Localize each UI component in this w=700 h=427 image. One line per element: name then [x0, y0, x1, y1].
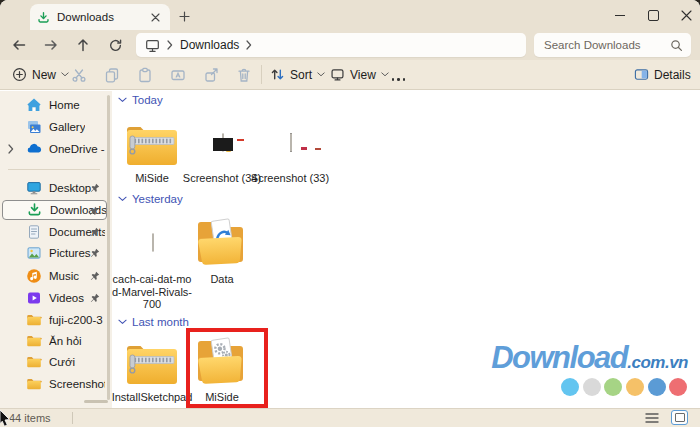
search-box[interactable]	[534, 33, 691, 57]
group-header-yesterday[interactable]: Yesterday	[118, 193, 183, 205]
copy-icon[interactable]	[103, 66, 120, 83]
file-name: Data	[210, 273, 233, 286]
annotation-highlight-box	[186, 328, 268, 408]
watermark-logo: Download.com.vn	[491, 340, 688, 376]
watermark-suffix: .com.vn	[627, 353, 688, 373]
navigation-bar: Downloads	[0, 30, 700, 60]
pin-icon	[90, 271, 100, 281]
sort-button[interactable]: Sort	[270, 60, 325, 89]
search-input[interactable]	[542, 38, 670, 52]
mouse-cursor	[0, 410, 12, 427]
refresh-button[interactable]	[106, 36, 124, 54]
file-list: Today MiSide Screenshot (34) Screenshot …	[113, 90, 700, 408]
sidebar-item-home[interactable]: Home	[2, 95, 107, 115]
view-button[interactable]: View	[330, 60, 389, 89]
rename-icon[interactable]	[169, 66, 186, 83]
sidebar-item-music[interactable]: Music	[2, 266, 107, 286]
tab-downloads[interactable]: Downloads	[30, 4, 170, 30]
pin-icon	[90, 183, 100, 193]
back-button[interactable]	[10, 36, 28, 54]
sidebar-item-cuoi[interactable]: Cưới	[2, 352, 107, 372]
watermark-dot	[669, 378, 687, 396]
details-panel-icon	[634, 67, 649, 82]
pin-icon	[90, 248, 100, 258]
file-name: Screenshot (34)	[183, 172, 261, 185]
collapse-chevron-icon[interactable]	[118, 319, 127, 325]
sidebar-item-videos[interactable]: Videos	[2, 288, 107, 308]
view-icon	[330, 67, 345, 82]
address-bar[interactable]: Downloads	[136, 33, 526, 57]
onedrive-cloud-icon	[26, 141, 42, 157]
sidebar-item-pictures[interactable]: Pictures	[2, 243, 107, 263]
file-name: Screenshot (33)	[251, 172, 329, 185]
sidebar-item-screenshots[interactable]: Screenshots	[2, 374, 107, 394]
open-folder-icon	[194, 216, 250, 268]
cut-icon[interactable]	[70, 66, 87, 83]
status-bar: 44 items	[0, 408, 700, 427]
sort-label: Sort	[290, 68, 312, 82]
details-view-icon[interactable]	[645, 412, 660, 425]
details-button[interactable]: Details	[634, 60, 691, 89]
new-tab-button[interactable]	[176, 8, 192, 24]
tab-close-icon[interactable]	[147, 9, 163, 25]
file-tile-screenshot-33[interactable]: Screenshot (33)	[255, 90, 325, 108]
group-label: Yesterday	[132, 193, 183, 205]
sidebar-item-downloads[interactable]: Downloads	[2, 200, 107, 220]
thumbnail-view-icon[interactable]	[671, 410, 688, 425]
file-name: cach-cai-dat-mo d-Marvel-Rivals- 700	[112, 273, 192, 311]
minimize-button[interactable]	[611, 8, 629, 23]
home-icon	[26, 97, 42, 113]
breadcrumb-location[interactable]: Downloads	[180, 38, 239, 52]
chevron-down-icon	[317, 72, 325, 77]
file-explorer-window: Downloads	[0, 0, 700, 427]
file-tile-marvel-rivals-image[interactable]: cach-cai-dat-mo d-Marvel-Rivals- 700	[117, 90, 187, 108]
pin-icon	[90, 227, 100, 237]
folder-icon	[26, 312, 42, 328]
download-icon	[37, 11, 50, 24]
sidebar-item-fuji-c200-3[interactable]: fuji-c200-3	[2, 310, 107, 330]
pictures-icon	[26, 245, 42, 261]
status-divider	[72, 412, 73, 424]
more-options-icon[interactable]	[390, 71, 407, 88]
screenshot-thumbnail	[290, 133, 292, 152]
sidebar-item-desktop[interactable]: Desktop	[2, 178, 107, 198]
details-label: Details	[654, 68, 691, 82]
sidebar-item-documents[interactable]: Documents	[2, 222, 107, 242]
navigation-pane: Home Gallery OneDrive - Perso	[0, 91, 112, 408]
expand-chevron-icon[interactable]	[8, 144, 14, 154]
chevron-down-icon	[61, 72, 69, 77]
folder-icon	[26, 333, 42, 349]
new-button[interactable]: New	[12, 60, 69, 89]
item-count: 44 items	[9, 412, 51, 424]
delete-icon[interactable]	[235, 66, 252, 83]
sidebar-horizontal-scrollbar[interactable]	[84, 400, 108, 403]
zipped-folder-icon	[124, 122, 180, 168]
forward-button[interactable]	[42, 36, 60, 54]
pin-icon	[90, 293, 100, 303]
search-icon	[670, 39, 683, 52]
chevron-right-icon	[167, 40, 173, 50]
collapse-chevron-icon[interactable]	[118, 196, 127, 202]
command-toolbar: New	[0, 60, 700, 90]
chevron-down-icon	[381, 72, 389, 77]
paste-icon[interactable]	[136, 66, 153, 83]
watermark-brand: Download	[491, 340, 627, 376]
sidebar-item-gallery[interactable]: Gallery	[2, 117, 107, 137]
maximize-button[interactable]	[644, 8, 662, 23]
chevron-right-icon[interactable]	[246, 40, 252, 50]
group-header-last-month[interactable]: Last month	[118, 316, 189, 328]
up-button[interactable]	[74, 36, 92, 54]
file-tile-screenshot-34[interactable]: Screenshot (34)	[187, 90, 257, 108]
sidebar-item-onedrive[interactable]: OneDrive - Perso	[2, 139, 107, 159]
sidebar-separator	[8, 169, 100, 170]
group-label: Last month	[132, 316, 189, 328]
close-button[interactable]	[677, 8, 695, 23]
tab-title: Downloads	[57, 11, 147, 23]
watermark-dot	[604, 378, 622, 396]
downloads-icon	[27, 202, 43, 218]
sort-icon	[270, 67, 285, 82]
sidebar-vertical-scrollbar[interactable]	[107, 95, 110, 400]
share-icon[interactable]	[202, 66, 219, 83]
sidebar-item-an-hoi[interactable]: Ăn hỏi	[2, 331, 107, 351]
folder-icon	[26, 376, 42, 392]
